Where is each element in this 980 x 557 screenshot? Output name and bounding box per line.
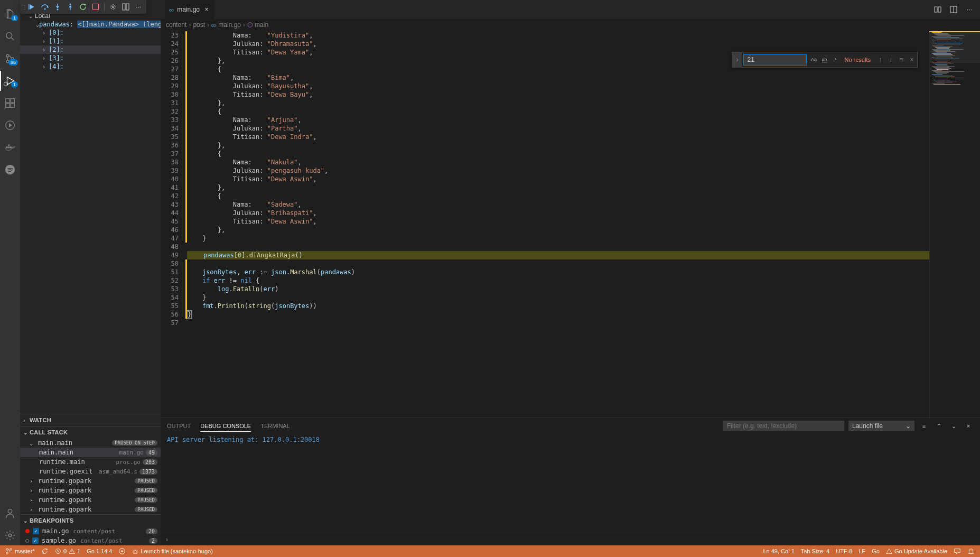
extensions-icon[interactable] xyxy=(0,93,20,113)
callstack-thread[interactable]: ›runtime.goparkPAUSED xyxy=(20,495,161,505)
feedback-icon[interactable] xyxy=(950,545,964,557)
layout-icon[interactable] xyxy=(120,1,132,13)
gutter[interactable]: 2324252627282930313233343536373839404142… xyxy=(161,31,187,417)
next-match-icon[interactable]: ↓ xyxy=(885,54,896,65)
tab-terminal[interactable]: TERMINAL xyxy=(260,421,290,431)
svg-rect-6 xyxy=(126,4,129,10)
split-icon[interactable] xyxy=(948,4,959,15)
tab-size[interactable]: Tab Size: 4 xyxy=(798,545,833,557)
svg-point-1 xyxy=(44,8,46,10)
close-panel-icon[interactable]: × xyxy=(963,421,974,431)
callstack-thread[interactable]: ⌄main.mainPAUSED ON STEP xyxy=(20,438,161,448)
step-over-button[interactable] xyxy=(39,1,51,13)
docker-icon[interactable] xyxy=(0,137,20,157)
stop-button[interactable] xyxy=(90,1,101,13)
prev-match-icon[interactable]: ↑ xyxy=(875,54,885,65)
breakpoints-title: BREAKPOINTS xyxy=(30,517,73,524)
problems-status[interactable]: 0 1 xyxy=(52,545,83,557)
callstack-frame[interactable]: runtime.goexitasm_amd64.s1373 xyxy=(20,467,161,476)
sync-status[interactable] xyxy=(38,545,52,557)
callstack-thread[interactable]: ›runtime.goparkPAUSED xyxy=(20,476,161,486)
collapse-icon[interactable]: ⌃ xyxy=(934,421,944,431)
encoding[interactable]: UTF-8 xyxy=(833,545,855,557)
compare-icon[interactable] xyxy=(932,4,943,15)
search-icon[interactable] xyxy=(0,26,20,47)
spotify-icon[interactable] xyxy=(0,160,20,180)
match-case-icon[interactable]: Aa xyxy=(809,55,818,64)
breadcrumb-main[interactable]: main xyxy=(255,21,268,29)
code-editor[interactable]: 2324252627282930313233343536373839404142… xyxy=(161,31,980,417)
close-find-icon[interactable]: × xyxy=(907,54,917,65)
go-file-icon: ∞ xyxy=(211,21,216,29)
drag-handle-icon[interactable]: ⋮⋮ xyxy=(22,4,25,10)
svg-rect-12 xyxy=(6,99,10,103)
svg-point-22 xyxy=(8,509,12,513)
code-lines[interactable]: Nama: "Yudistira", Julukan: "Dhramasuta"… xyxy=(187,31,929,417)
breakpoint-item[interactable]: ✓sample.gocontent/post2 xyxy=(20,536,161,545)
minimap[interactable] xyxy=(929,31,980,417)
find-input[interactable] xyxy=(743,54,807,66)
launch-select[interactable]: Launch file⌄ xyxy=(848,421,914,431)
word-wrap-icon[interactable]: ≡ xyxy=(919,421,929,431)
callstack-frame[interactable]: runtime.mainproc.go203 xyxy=(20,457,161,467)
callstack-frame[interactable]: main.mainmain.go49 xyxy=(20,448,161,457)
status-bar: master* 0 1 Go 1.14.4 Launch file (sante… xyxy=(0,545,980,557)
manage-icon[interactable] xyxy=(0,525,20,545)
cursor-position[interactable]: Ln 49, Col 1 xyxy=(760,545,797,557)
callstack-header[interactable]: ⌄CALL STACK xyxy=(20,426,161,438)
breakpoint-item[interactable]: ✓main.gocontent/post20 xyxy=(20,526,161,536)
tab-debug-console[interactable]: DEBUG CONSOLE xyxy=(200,421,251,432)
breakpoints-header[interactable]: ⌄BREAKPOINTS xyxy=(20,515,161,526)
tab-output[interactable]: OUTPUT xyxy=(167,421,191,431)
watch-header[interactable]: ›WATCH xyxy=(20,414,161,426)
language-mode[interactable]: Go xyxy=(869,545,883,557)
svg-rect-13 xyxy=(6,104,10,107)
regex-icon[interactable]: .* xyxy=(830,55,839,64)
live-share-icon[interactable] xyxy=(115,545,129,557)
svg-point-8 xyxy=(6,54,9,57)
whole-word-icon[interactable]: ab xyxy=(819,55,829,64)
debug-icon[interactable]: 1 xyxy=(0,71,20,91)
eol[interactable]: LF xyxy=(855,545,869,557)
breadcrumb-file[interactable]: main.go xyxy=(218,21,241,29)
more-actions-icon[interactable]: ··· xyxy=(964,4,975,15)
var-item[interactable]: ›[2]: xyxy=(20,45,161,54)
maximize-icon[interactable]: ⌄ xyxy=(948,421,959,431)
account-icon[interactable] xyxy=(0,503,20,523)
find-in-selection-icon[interactable]: ≡ xyxy=(896,54,907,65)
svg-point-7 xyxy=(6,33,12,39)
go-version[interactable]: Go 1.14.4 xyxy=(83,545,115,557)
restart-button[interactable] xyxy=(77,1,89,13)
continue-button[interactable] xyxy=(26,1,38,13)
more-icon[interactable]: ··· xyxy=(133,1,144,13)
tab-main-go[interactable]: ∞ main.go × xyxy=(165,0,215,19)
svg-point-2 xyxy=(57,9,59,11)
scm-icon[interactable]: 86 xyxy=(0,49,20,69)
debug-badge: 1 xyxy=(11,81,18,88)
go-update[interactable]: Go Update Available xyxy=(883,545,950,557)
var-item[interactable]: ›[1]: xyxy=(20,37,161,45)
test-icon[interactable] xyxy=(0,115,20,135)
var-item[interactable]: ›[4]: xyxy=(20,62,161,71)
debug-console-input[interactable]: › xyxy=(161,533,980,545)
settings-icon[interactable] xyxy=(107,1,119,13)
step-into-button[interactable] xyxy=(52,1,63,13)
var-item[interactable]: ›[3]: xyxy=(20,54,161,62)
var-item[interactable]: ›[0]: xyxy=(20,29,161,37)
branch-status[interactable]: master* xyxy=(2,545,38,557)
step-out-button[interactable] xyxy=(64,1,76,13)
callstack-thread[interactable]: ›runtime.goparkPAUSED xyxy=(20,505,161,514)
breadcrumb: content› post› ∞ main.go› ⬡ main xyxy=(161,19,980,31)
close-icon[interactable]: × xyxy=(203,6,210,13)
panel-filter-input[interactable] xyxy=(723,421,844,431)
debug-config[interactable]: Launch file (santekno-hugo) xyxy=(129,545,216,557)
svg-rect-15 xyxy=(11,99,14,103)
breadcrumb-post[interactable]: post xyxy=(193,21,205,29)
var-pandawas[interactable]: ⌄pandawas: <[]main.Pandawa> (length: 5, … xyxy=(20,20,161,29)
find-toggle-icon[interactable]: › xyxy=(732,52,742,68)
explorer-icon[interactable]: 1 xyxy=(0,4,20,24)
callstack-thread[interactable]: ›runtime.goparkPAUSED xyxy=(20,486,161,495)
breadcrumb-content[interactable]: content xyxy=(166,21,186,29)
svg-point-27 xyxy=(6,549,8,551)
notifications-icon[interactable] xyxy=(964,545,978,557)
